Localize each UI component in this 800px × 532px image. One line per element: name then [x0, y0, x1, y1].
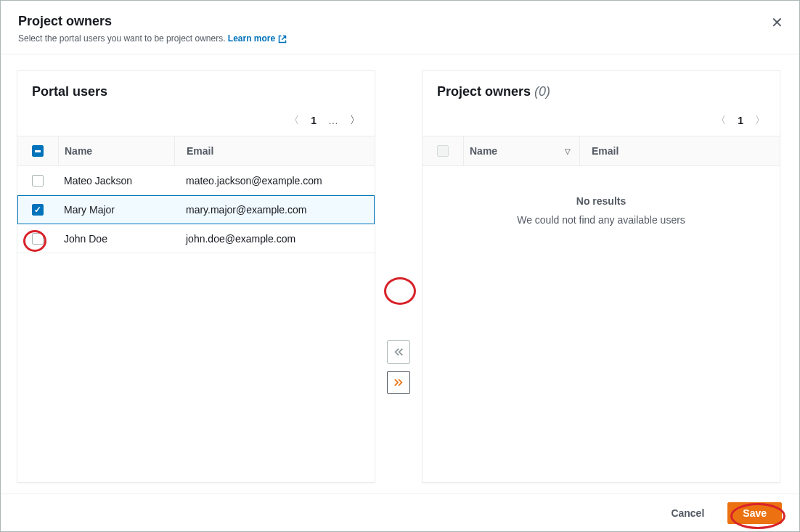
dialog-footer: Cancel Save — [1, 494, 799, 531]
chevrons-right-icon — [393, 377, 404, 388]
page-number[interactable]: 1 — [311, 115, 317, 126]
cell-name: Mateo Jackson — [58, 166, 174, 195]
project-owners-dialog: Project owners Select the portal users y… — [0, 0, 800, 532]
next-page-icon[interactable]: 〉 — [755, 114, 765, 127]
move-right-button[interactable] — [387, 371, 410, 394]
next-page-icon[interactable]: 〉 — [350, 114, 360, 127]
cell-email: mary.major@example.com — [174, 195, 375, 224]
project-owners-header: Project owners (0) — [423, 71, 780, 108]
project-owners-table-header: Name ▽ Email — [423, 136, 780, 166]
external-link-icon — [278, 35, 287, 44]
cell-email: john.doe@example.com — [174, 224, 375, 253]
save-button[interactable]: Save — [727, 502, 782, 524]
portal-users-table-header: Name Email — [17, 136, 375, 166]
project-owners-pagination: 〈 1 〉 — [423, 108, 780, 136]
chevrons-left-icon — [393, 347, 404, 357]
project-owners-panel: Project owners (0) 〈 1 〉 Name ▽ Email No — [422, 70, 780, 483]
table-row[interactable]: Mateo Jacksonmateo.jackson@example.com — [17, 166, 375, 195]
prev-page-icon[interactable]: 〈 — [716, 114, 726, 127]
row-checkbox[interactable] — [32, 233, 44, 245]
transfer-buttons — [375, 70, 422, 483]
cell-email: mateo.jackson@example.com — [174, 166, 375, 195]
sort-icon[interactable]: ▽ — [565, 147, 571, 155]
dialog-body: Portal users 〈 1 … 〉 Name Email Mateo Ja… — [1, 54, 799, 499]
portal-users-rows: Mateo Jacksonmateo.jackson@example.comMa… — [17, 166, 375, 482]
dialog-header: Project owners Select the portal users y… — [1, 1, 799, 54]
dialog-title: Project owners — [18, 14, 782, 29]
page-ellipsis: … — [328, 115, 338, 126]
column-name[interactable]: Name ▽ — [463, 136, 579, 165]
learn-more-link[interactable]: Learn more — [228, 33, 287, 44]
row-checkbox[interactable] — [32, 204, 44, 216]
project-owners-rows: No results We could not find any availab… — [423, 166, 780, 482]
select-all-checkbox[interactable] — [32, 145, 44, 157]
cell-name: John Doe — [58, 224, 174, 253]
column-name[interactable]: Name — [58, 136, 174, 165]
row-checkbox[interactable] — [32, 175, 44, 187]
page-number[interactable]: 1 — [738, 115, 743, 126]
move-left-button[interactable] — [387, 340, 410, 364]
prev-page-icon[interactable]: 〈 — [289, 114, 299, 127]
dialog-subtitle: Select the portal users you want to be p… — [18, 33, 782, 44]
cell-name: Mary Major — [58, 195, 174, 224]
table-row[interactable]: Mary Majormary.major@example.com — [17, 195, 375, 224]
column-email[interactable]: Email — [174, 136, 375, 165]
empty-title: No results — [437, 195, 765, 207]
column-email[interactable]: Email — [579, 136, 780, 165]
empty-message: We could not find any available users — [437, 214, 765, 226]
portal-users-header: Portal users — [17, 71, 375, 108]
close-button[interactable]: ✕ — [771, 14, 783, 31]
empty-state: No results We could not find any availab… — [423, 166, 780, 255]
table-row[interactable]: John Doejohn.doe@example.com — [17, 224, 375, 253]
portal-users-title: Portal users — [32, 84, 360, 99]
portal-users-pagination: 〈 1 … 〉 — [17, 108, 375, 136]
portal-users-panel: Portal users 〈 1 … 〉 Name Email Mateo Ja… — [17, 70, 375, 483]
select-all-checkbox — [437, 145, 449, 157]
cancel-button[interactable]: Cancel — [659, 503, 716, 523]
project-owners-title: Project owners (0) — [437, 84, 765, 99]
